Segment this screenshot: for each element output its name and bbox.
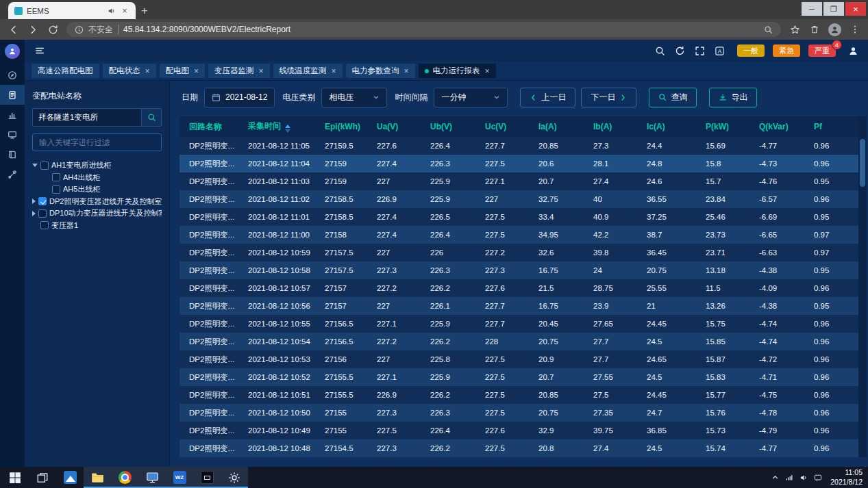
- header-refresh-icon[interactable]: [675, 46, 685, 56]
- column-header-4[interactable]: Ua(V): [367, 116, 421, 137]
- header-fullscreen-icon[interactable]: [695, 46, 705, 56]
- interval-select[interactable]: 一分钟: [434, 88, 508, 107]
- tree-node-6[interactable]: 变压器1: [32, 220, 162, 232]
- address-bar[interactable]: 不安全 45.84.134.2:8090/3000WEBV2/ElectricR…: [66, 22, 781, 37]
- taskbar-terminal-app-icon[interactable]: [193, 467, 221, 488]
- tree-node-4[interactable]: DP2照明变压器进线开关及控制室: [32, 196, 162, 208]
- zoom-icon[interactable]: [764, 25, 773, 34]
- next-day-button[interactable]: 下一日: [581, 88, 636, 107]
- tree-checkbox[interactable]: [40, 162, 49, 170]
- nav-tab-3[interactable]: 配电图×: [160, 64, 206, 78]
- station-search-button[interactable]: [141, 108, 162, 127]
- tray-message-icon[interactable]: [814, 474, 822, 482]
- date-input[interactable]: 2021-08-12: [204, 88, 275, 107]
- tab-close-icon[interactable]: ×: [404, 66, 409, 76]
- tab-close-icon[interactable]: ×: [194, 66, 199, 76]
- table-row-6[interactable]: DP2照明变...2021-08-12 11:0027158227.4226.4…: [179, 226, 858, 244]
- table-row-2[interactable]: DP2照明变...2021-08-12 11:0427159227.4226.3…: [179, 155, 858, 172]
- station-search-input[interactable]: 拜各隧道1变电所: [32, 108, 141, 127]
- browser-tab[interactable]: EEMS ×: [8, 2, 136, 19]
- table-row-18[interactable]: DP2照明变...2021-08-12 10:4827154.5227.3226…: [179, 439, 858, 457]
- taskbar-chrome-icon[interactable]: [111, 467, 138, 488]
- table-row-12[interactable]: DP2照明变...2021-08-12 10:5427156.5227.2226…: [179, 333, 858, 350]
- table-scrollbar[interactable]: [858, 116, 867, 457]
- column-header-11[interactable]: Q(kVar): [749, 116, 804, 137]
- expander-right-icon[interactable]: [32, 211, 36, 216]
- table-row-7[interactable]: DP2照明变...2021-08-12 10:5927157.522722622…: [179, 244, 858, 261]
- alarm-badge-1[interactable]: 一般: [737, 44, 765, 57]
- tray-clock[interactable]: 11:05 2021/8/12: [830, 468, 863, 487]
- export-button[interactable]: 导出: [709, 88, 757, 107]
- hamburger-menu-icon[interactable]: [34, 46, 45, 55]
- chart-icon[interactable]: [0, 105, 25, 125]
- forward-icon[interactable]: [27, 23, 39, 36]
- tree-checkbox[interactable]: [52, 173, 60, 181]
- table-row-9[interactable]: DP2照明变...2021-08-12 10:5727157227.2226.2…: [179, 279, 858, 297]
- column-header-2[interactable]: 采集时间: [238, 116, 315, 137]
- expander-down-icon[interactable]: [32, 164, 38, 167]
- table-row-17[interactable]: DP2照明变...2021-08-12 10:4927155227.5226.4…: [179, 422, 858, 439]
- scrollbar-thumb[interactable]: [860, 139, 865, 187]
- column-header-10[interactable]: P(kW): [696, 116, 749, 137]
- nav-tab-6[interactable]: 电力参数查询×: [346, 64, 415, 78]
- column-header-5[interactable]: Ub(V): [421, 116, 475, 137]
- tree-checkbox[interactable]: [38, 209, 47, 218]
- alarm-badge-2[interactable]: 紧急: [773, 44, 800, 57]
- table-row-8[interactable]: DP2照明变...2021-08-12 10:5827157.5227.3226…: [179, 261, 858, 279]
- tools-icon[interactable]: [0, 164, 25, 184]
- nav-tab-5[interactable]: 线缆温度监测×: [273, 64, 343, 78]
- nav-tab-7[interactable]: 电力运行报表×: [419, 64, 496, 78]
- tree-checkbox[interactable]: [38, 197, 47, 205]
- window-maximize-button[interactable]: ❐: [823, 2, 844, 16]
- table-row-10[interactable]: DP2照明变...2021-08-12 10:5627157227226.122…: [179, 297, 858, 315]
- menu-dots-icon[interactable]: [849, 23, 861, 36]
- header-search-icon[interactable]: [655, 46, 665, 56]
- tree-filter-field[interactable]: [32, 133, 162, 151]
- voltage-type-select[interactable]: 相电压: [321, 88, 387, 107]
- tab-close-icon[interactable]: ×: [145, 66, 150, 76]
- header-language-icon[interactable]: A: [715, 46, 725, 56]
- tab-close-icon[interactable]: ×: [485, 66, 490, 76]
- query-button[interactable]: 查询: [649, 88, 697, 107]
- tree-checkbox[interactable]: [52, 185, 60, 194]
- taskbar-wz-app-icon[interactable]: WZ: [166, 467, 193, 488]
- tree-checkbox[interactable]: [40, 221, 49, 229]
- nav-tab-4[interactable]: 变压器监测×: [208, 64, 270, 78]
- taskbar-settings-gear-icon[interactable]: [221, 467, 248, 488]
- table-row-13[interactable]: DP2照明变...2021-08-12 10:5327156227225.822…: [179, 350, 858, 368]
- tree-node-3[interactable]: AH5出线柜: [32, 183, 162, 196]
- column-header-12[interactable]: Pf: [804, 116, 858, 137]
- expander-right-icon[interactable]: [32, 198, 36, 204]
- tab-close-icon[interactable]: ×: [259, 66, 264, 76]
- tree-filter-input[interactable]: [34, 138, 160, 146]
- column-header-6[interactable]: Uc(V): [475, 116, 529, 137]
- window-close-button[interactable]: ×: [845, 2, 866, 16]
- tray-network-icon[interactable]: [785, 474, 793, 482]
- alarm-badge-3[interactable]: 严重4: [808, 44, 836, 57]
- table-row-5[interactable]: DP2照明变...2021-08-12 11:0127158.5227.4226…: [179, 208, 858, 226]
- nav-tab-1[interactable]: 高速公路配电图: [32, 64, 99, 78]
- column-header-8[interactable]: Ib(A): [584, 116, 637, 137]
- monitor-icon[interactable]: [0, 125, 25, 144]
- tree-node-5[interactable]: DP10动力变压器进线开关及控制室: [32, 207, 162, 220]
- tray-chevron-up-icon[interactable]: [771, 474, 779, 481]
- taskbar-file-explorer-icon[interactable]: [84, 467, 111, 488]
- table-row-14[interactable]: DP2照明变...2021-08-12 10:5227155.5227.1225…: [179, 368, 858, 386]
- prev-day-button[interactable]: 上一日: [520, 88, 575, 107]
- table-row-11[interactable]: DP2照明变...2021-08-12 10:5527156.5227.1225…: [179, 315, 858, 333]
- table-row-15[interactable]: DP2照明变...2021-08-12 10:5127155.5226.9226…: [179, 386, 858, 404]
- column-header-9[interactable]: Ic(A): [637, 116, 696, 137]
- tray-speaker-icon[interactable]: [799, 474, 808, 482]
- tab-audio-icon[interactable]: [108, 7, 116, 15]
- tab-close-icon[interactable]: ×: [332, 66, 336, 76]
- table-row-1[interactable]: DP2照明变...2021-08-12 11:0527159.5227.6226…: [179, 137, 858, 155]
- nav-tab-2[interactable]: 配电状态×: [103, 64, 156, 78]
- tree-node-1[interactable]: AH1变电所进线柜: [32, 159, 162, 172]
- taskbar-task-view-icon[interactable]: [29, 467, 56, 488]
- info-icon[interactable]: [75, 25, 84, 34]
- taskbar-start-icon[interactable]: [1, 467, 29, 488]
- bookmark-star-icon[interactable]: [789, 23, 801, 36]
- column-header-7[interactable]: Ia(A): [529, 116, 584, 137]
- column-header-3[interactable]: Epi(kWh): [315, 116, 367, 137]
- profile-avatar-icon[interactable]: [828, 23, 841, 36]
